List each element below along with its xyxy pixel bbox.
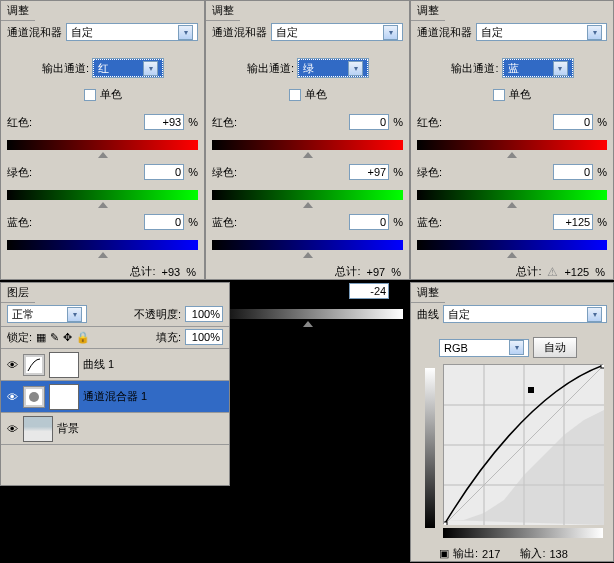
red-input[interactable] bbox=[553, 114, 593, 130]
mixer-panel-1: 调整 通道混和器 自定▾ 输出通道: 红▾ 单色 红色:% 绿色:% 蓝色:% … bbox=[0, 0, 205, 280]
blue-label: 蓝色: bbox=[7, 215, 32, 230]
red-slider[interactable] bbox=[7, 140, 198, 150]
red-label: 红色: bbox=[7, 115, 32, 130]
green-input[interactable] bbox=[553, 164, 593, 180]
lock-paint-icon[interactable]: ✎ bbox=[50, 331, 59, 344]
layer-thumb[interactable] bbox=[23, 416, 53, 442]
warning-icon: ⚠ bbox=[547, 265, 558, 279]
total-label: 总计: bbox=[130, 264, 155, 279]
blue-input[interactable] bbox=[144, 214, 184, 230]
layer-mask-thumb[interactable] bbox=[49, 352, 79, 378]
input-label: 输入: bbox=[520, 546, 545, 561]
fill-input[interactable] bbox=[185, 329, 223, 345]
output-channel-dropdown[interactable]: 绿▾ bbox=[298, 59, 368, 77]
output-channel-dropdown[interactable]: 红▾ bbox=[93, 59, 163, 77]
visibility-icon[interactable]: 👁 bbox=[5, 359, 19, 371]
mono-checkbox[interactable] bbox=[289, 89, 301, 101]
blue-slider[interactable] bbox=[212, 240, 403, 250]
visibility-icon[interactable]: 👁 bbox=[5, 423, 19, 435]
output-channel-label: 输出通道: bbox=[42, 61, 89, 76]
mono-label: 单色 bbox=[509, 87, 531, 102]
const-slider[interactable] bbox=[212, 309, 403, 319]
lock-label: 锁定: bbox=[7, 330, 32, 345]
mono-checkbox[interactable] bbox=[493, 89, 505, 101]
total-value: +93 bbox=[162, 266, 181, 278]
red-slider[interactable] bbox=[212, 140, 403, 150]
preset-dropdown[interactable]: 自定▾ bbox=[66, 23, 198, 41]
tab-adjust[interactable]: 调整 bbox=[411, 1, 445, 21]
tab-adjust[interactable]: 调整 bbox=[1, 1, 35, 21]
tab-layers[interactable]: 图层 bbox=[1, 283, 35, 303]
curves-graph[interactable] bbox=[443, 364, 603, 524]
output-value: 217 bbox=[482, 548, 500, 560]
curves-adj-icon bbox=[23, 354, 45, 376]
total-value: +97 bbox=[367, 266, 386, 278]
blue-slider[interactable] bbox=[417, 240, 607, 250]
layer-name[interactable]: 曲线 1 bbox=[83, 357, 114, 372]
tab-adjust[interactable]: 调整 bbox=[411, 283, 445, 303]
green-label: 绿色: bbox=[7, 165, 32, 180]
input-gradient bbox=[443, 528, 603, 538]
blue-slider[interactable] bbox=[7, 240, 198, 250]
total-value: +125 bbox=[564, 266, 589, 278]
visibility-icon[interactable]: 👁 bbox=[5, 391, 19, 403]
curves-preset-dropdown[interactable]: 自定▾ bbox=[443, 305, 607, 323]
blue-input[interactable] bbox=[349, 214, 389, 230]
svg-point-2 bbox=[29, 392, 39, 402]
fill-label: 填充: bbox=[156, 330, 181, 345]
output-channel-label: 输出通道: bbox=[247, 61, 294, 76]
mixer-title: 通道混和器 bbox=[417, 25, 472, 40]
red-input[interactable] bbox=[349, 114, 389, 130]
blend-mode-dropdown[interactable]: 正常▾ bbox=[7, 305, 87, 323]
mono-label: 单色 bbox=[100, 87, 122, 102]
mixer-title: 通道混和器 bbox=[7, 25, 62, 40]
mono-label: 单色 bbox=[305, 87, 327, 102]
layer-row[interactable]: 👁 背景 bbox=[1, 413, 229, 445]
green-input[interactable] bbox=[349, 164, 389, 180]
green-slider[interactable] bbox=[7, 190, 198, 200]
opacity-input[interactable] bbox=[185, 306, 223, 322]
layer-name[interactable]: 通道混合器 1 bbox=[83, 389, 147, 404]
mixer-panel-2: 调整 通道混和器 自定▾ 输出通道: 绿▾ 单色 红色:% 绿色:% 蓝色:% … bbox=[205, 0, 410, 280]
blue-input[interactable] bbox=[553, 214, 593, 230]
layers-panel: 图层 正常▾ 不透明度: 锁定: ▦ ✎ ✥ 🔒 填充: 👁 曲线 1 👁 通道… bbox=[0, 282, 230, 486]
input-value: 138 bbox=[549, 548, 567, 560]
curves-panel: 调整 曲线 自定▾ RGB▾ 自动 ↕ bbox=[410, 282, 614, 562]
auto-button[interactable]: 自动 bbox=[533, 337, 577, 358]
opacity-label: 不透明度: bbox=[134, 307, 181, 322]
output-channel-dropdown[interactable]: 蓝▾ bbox=[503, 59, 573, 77]
channel-mixer-adj-icon bbox=[23, 386, 45, 408]
preset-dropdown[interactable]: 自定▾ bbox=[476, 23, 607, 41]
green-slider[interactable] bbox=[212, 190, 403, 200]
tab-adjust[interactable]: 调整 bbox=[206, 1, 240, 21]
green-input[interactable] bbox=[144, 164, 184, 180]
preset-dropdown[interactable]: 自定▾ bbox=[271, 23, 403, 41]
svg-rect-12 bbox=[528, 387, 534, 393]
layer-mask-thumb[interactable] bbox=[49, 384, 79, 410]
curves-title: 曲线 bbox=[417, 307, 439, 322]
const-input[interactable] bbox=[349, 283, 389, 299]
layer-row[interactable]: 👁 曲线 1 bbox=[1, 349, 229, 381]
output-gradient bbox=[425, 368, 435, 528]
red-slider[interactable] bbox=[417, 140, 607, 150]
layer-name[interactable]: 背景 bbox=[57, 421, 79, 436]
layer-row[interactable]: 👁 通道混合器 1 bbox=[1, 381, 229, 413]
green-slider[interactable] bbox=[417, 190, 607, 200]
mono-checkbox[interactable] bbox=[84, 89, 96, 101]
svg-rect-13 bbox=[601, 365, 604, 368]
lock-all-icon[interactable]: 🔒 bbox=[76, 331, 90, 344]
lock-transparency-icon[interactable]: ▦ bbox=[36, 331, 46, 344]
lock-move-icon[interactable]: ✥ bbox=[63, 331, 72, 344]
red-input[interactable] bbox=[144, 114, 184, 130]
output-channel-label: 输出通道: bbox=[451, 61, 498, 76]
mixer-panel-3: 调整 通道混和器 自定▾ 输出通道: 蓝▾ 单色 红色:% 绿色:% 蓝色:% … bbox=[410, 0, 614, 280]
output-label: 输出: bbox=[453, 546, 478, 561]
svg-rect-11 bbox=[444, 522, 447, 525]
clip-icon[interactable]: ▣ bbox=[439, 547, 449, 560]
mixer-title: 通道混和器 bbox=[212, 25, 267, 40]
curves-channel-dropdown[interactable]: RGB▾ bbox=[439, 339, 529, 357]
